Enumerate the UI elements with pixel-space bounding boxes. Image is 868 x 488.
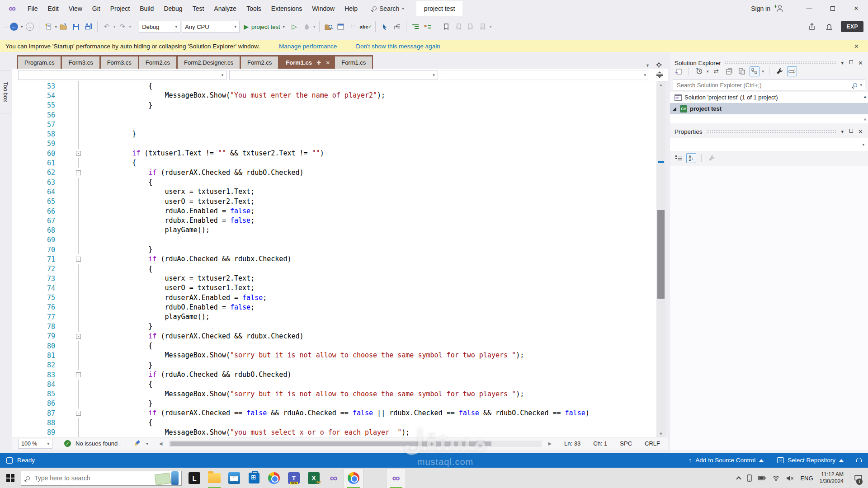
experimental-badge[interactable]: EXP xyxy=(841,21,863,32)
alphabetical-sort-icon[interactable]: AZ↓ xyxy=(686,153,696,163)
menu-analyze[interactable]: Analyze xyxy=(209,0,241,17)
tab-form1.cs[interactable]: Form1.cs✚✕ xyxy=(279,56,334,69)
dismiss-message-link[interactable]: Don't show this message again xyxy=(356,43,440,50)
clear-bookmarks-button[interactable] xyxy=(477,21,488,33)
restore-button[interactable] xyxy=(821,0,844,17)
select-repository-button[interactable]: ⌸ Select Repository xyxy=(773,453,848,468)
hot-reload-dropdown-icon[interactable]: ▾ xyxy=(313,24,316,29)
manage-performance-link[interactable]: Manage performance xyxy=(279,43,337,50)
spell-check-button[interactable]: abc✓ xyxy=(360,21,372,33)
tray-expand-icon[interactable] xyxy=(736,476,741,481)
sync-with-active-document-icon[interactable] xyxy=(750,66,760,76)
more-options-handle-icon[interactable]: ⸬ xyxy=(348,21,359,33)
fold-collapse-icon[interactable]: - xyxy=(76,334,81,339)
phone-link-icon[interactable] xyxy=(747,474,752,482)
taskbar-app-l[interactable]: L xyxy=(184,468,204,488)
tree-scroll-down-icon[interactable]: ▼ xyxy=(863,117,867,122)
find-in-files-button[interactable] xyxy=(323,21,334,33)
zoom-select[interactable]: 100 %▾ xyxy=(18,439,52,449)
search-dropdown-icon[interactable]: ▾ xyxy=(860,83,862,87)
menu-project[interactable]: Project xyxy=(105,0,135,17)
taskbar-microsoft-store[interactable] xyxy=(244,468,264,488)
search-control[interactable]: Search ▾ xyxy=(373,5,404,12)
solution-configuration-select[interactable]: Debug▾ xyxy=(139,21,180,33)
column-indicator[interactable]: Ch: 1 xyxy=(593,440,607,447)
taskbar-office-tool[interactable]: X xyxy=(304,468,324,488)
hscroll-left-icon[interactable]: ◀ xyxy=(159,441,163,446)
account-icon[interactable]: + xyxy=(774,4,786,13)
fold-collapse-icon[interactable]: - xyxy=(76,151,81,156)
save-button[interactable] xyxy=(71,21,81,33)
switch-views-icon[interactable]: ∞ xyxy=(674,66,684,76)
panel-close-icon[interactable]: ✕ xyxy=(857,128,864,135)
solution-search-box[interactable]: ▾ xyxy=(673,80,865,90)
pin-icon[interactable] xyxy=(849,129,853,134)
new-project-dropdown-icon[interactable]: ▾ xyxy=(55,24,57,29)
share-button[interactable] xyxy=(807,21,817,33)
back-dropdown-icon[interactable]: ▾ xyxy=(21,24,23,29)
new-project-button[interactable]: ★ xyxy=(43,21,54,33)
open-file-button[interactable] xyxy=(58,21,69,33)
infobar-close-icon[interactable]: ✕ xyxy=(850,43,863,50)
toggle-bookmark-button[interactable] xyxy=(441,21,452,33)
tab-form3.cs[interactable]: Form3.cs xyxy=(62,56,99,69)
collapse-all-icon[interactable] xyxy=(724,66,734,76)
split-window-icon[interactable] xyxy=(655,71,665,78)
line-indicator[interactable]: Ln: 33 xyxy=(564,440,580,447)
hscroll-right-icon[interactable]: ▶ xyxy=(548,441,552,446)
menu-debug[interactable]: Debug xyxy=(159,0,187,17)
start-without-debugging-button[interactable]: ▷ xyxy=(289,21,300,33)
eol-indicator[interactable]: CRLF xyxy=(645,440,660,447)
action-center-button[interactable]: 1 xyxy=(850,468,863,488)
fold-collapse-icon[interactable]: - xyxy=(76,411,81,416)
code-editor[interactable]: 53 {54 MessageBox.Show("You must enter t… xyxy=(12,81,656,437)
undo-dropdown-icon[interactable]: ▾ xyxy=(113,24,116,29)
start-debugging-button[interactable]: ▶ project test ▾ xyxy=(241,21,288,33)
menu-view[interactable]: View xyxy=(64,0,87,17)
comment-button[interactable]: ❝ xyxy=(422,21,433,33)
window-layout-button[interactable] xyxy=(335,21,346,33)
battery-icon[interactable] xyxy=(758,476,766,480)
tab-form2.designer.cs[interactable]: Form2.Designer.cs xyxy=(178,56,240,69)
tab-form2.cs[interactable]: Form2.cs xyxy=(139,56,176,69)
navigate-structure-button[interactable] xyxy=(392,21,402,33)
undo-button[interactable]: ↶ xyxy=(101,21,112,33)
clock[interactable]: 11:12 AM 1/30/2024 xyxy=(820,471,844,485)
expanded-arrow-icon[interactable] xyxy=(673,107,676,111)
sync-dropdown-icon[interactable]: ▾ xyxy=(762,69,764,74)
project-node[interactable]: C# project test ▼ xyxy=(670,103,868,114)
previous-bookmark-button[interactable] xyxy=(453,21,464,33)
close-button[interactable]: ✕ xyxy=(844,0,868,17)
menu-git[interactable]: Git xyxy=(87,0,105,17)
scroll-down-icon[interactable]: ▼ xyxy=(656,430,665,437)
tab-close-icon[interactable]: ✕ xyxy=(326,60,330,66)
menu-window[interactable]: Window xyxy=(307,0,340,17)
taskbar-visual-studio[interactable]: ∞ xyxy=(324,468,344,488)
background-tasks-icon[interactable] xyxy=(6,457,13,464)
hot-reload-button[interactable] xyxy=(301,21,312,33)
tab-form1.cs[interactable]: Form1.cs xyxy=(335,56,372,69)
tab-pin-icon[interactable]: ✚ xyxy=(316,60,321,66)
categorized-view-icon[interactable] xyxy=(674,153,684,163)
issues-label[interactable]: No issues found xyxy=(75,440,118,447)
menu-file[interactable]: File xyxy=(23,0,43,17)
minimize-button[interactable]: — xyxy=(797,0,821,17)
fold-collapse-icon[interactable]: - xyxy=(76,257,81,262)
editor-horizontal-scrollbar[interactable] xyxy=(169,441,542,447)
save-all-button[interactable] xyxy=(83,21,94,33)
titlebar-project-title[interactable]: project test xyxy=(417,1,462,16)
bookmark-dropdown-icon[interactable]: ▾ xyxy=(490,24,492,29)
redo-button[interactable]: ↷ xyxy=(117,21,128,33)
project-dropdown[interactable]: ▾ xyxy=(18,70,226,80)
tab-options-icon[interactable] xyxy=(656,62,662,69)
indent-indicator[interactable]: SPC xyxy=(620,440,632,447)
taskbar-chrome-running[interactable] xyxy=(344,468,363,488)
navigate-back-button[interactable]: ← xyxy=(9,21,19,33)
feedback-bell-button[interactable] xyxy=(824,21,835,33)
start-button[interactable] xyxy=(0,468,21,488)
menu-edit[interactable]: Edit xyxy=(43,0,64,17)
tab-form3.cs[interactable]: Form3.cs xyxy=(101,56,138,69)
notifications-bell-icon[interactable] xyxy=(855,457,862,464)
wifi-icon[interactable] xyxy=(772,475,780,481)
hscrollbar-thumb[interactable] xyxy=(170,441,491,446)
